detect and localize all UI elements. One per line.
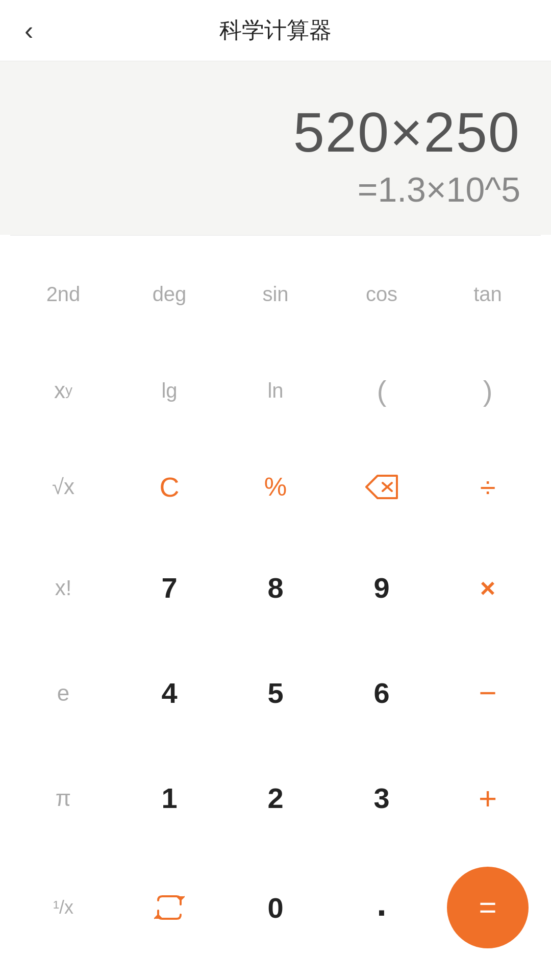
backspace-icon xyxy=(364,474,399,500)
key-cos[interactable]: cos xyxy=(329,246,435,342)
key-9[interactable]: 9 xyxy=(329,535,435,641)
key-pi[interactable]: π xyxy=(10,746,116,851)
key-dot[interactable]: . xyxy=(329,851,435,965)
key-5[interactable]: 5 xyxy=(222,641,329,746)
key-lparen[interactable]: ( xyxy=(329,342,435,439)
key-tan[interactable]: tan xyxy=(435,246,541,342)
key-6[interactable]: 6 xyxy=(329,641,435,746)
key-minus[interactable]: − xyxy=(435,641,541,746)
key-ln[interactable]: ln xyxy=(222,342,329,439)
key-rotate[interactable] xyxy=(116,851,222,965)
back-button[interactable]: ‹ xyxy=(24,17,33,44)
key-xfact[interactable]: x! xyxy=(10,535,116,641)
key-backspace[interactable] xyxy=(329,439,435,535)
display-area: 520×250 =1.3×10^5 xyxy=(0,61,551,235)
key-divide[interactable]: ÷ xyxy=(435,439,541,535)
keypad-row-3: √x C % ÷ xyxy=(0,439,551,535)
page-title: 科学计算器 xyxy=(219,15,332,45)
key-2[interactable]: 2 xyxy=(222,746,329,851)
key-clear[interactable]: C xyxy=(116,439,222,535)
key-lg[interactable]: lg xyxy=(116,342,222,439)
rotate-icon xyxy=(154,893,185,922)
header: ‹ 科学计算器 xyxy=(0,0,551,61)
keypad-row-4: x! 7 8 9 × xyxy=(0,535,551,641)
key-plus[interactable]: + xyxy=(435,746,541,851)
keypad-row-2: xy lg ln ( ) xyxy=(0,342,551,439)
key-rparen[interactable]: ) xyxy=(435,342,541,439)
key-xy[interactable]: xy xyxy=(10,342,116,439)
key-8[interactable]: 8 xyxy=(222,535,329,641)
key-4[interactable]: 4 xyxy=(116,641,222,746)
key-multiply[interactable]: × xyxy=(435,535,541,641)
key-sin[interactable]: sin xyxy=(222,246,329,342)
key-sqrt[interactable]: √x xyxy=(10,439,116,535)
keypad: 2nd deg sin cos tan xy lg ln ( ) √x C % … xyxy=(0,236,551,980)
equals-sign: = xyxy=(479,892,496,923)
key-e[interactable]: e xyxy=(10,641,116,746)
key-7[interactable]: 7 xyxy=(116,535,222,641)
key-3[interactable]: 3 xyxy=(329,746,435,851)
keypad-row-1: 2nd deg sin cos tan xyxy=(0,246,551,342)
key-percent[interactable]: % xyxy=(222,439,329,535)
keypad-row-6: π 1 2 3 + xyxy=(0,746,551,851)
key-1[interactable]: 1 xyxy=(116,746,222,851)
key-2nd[interactable]: 2nd xyxy=(10,246,116,342)
expression-display: 520×250 xyxy=(293,100,520,164)
result-display: =1.3×10^5 xyxy=(358,169,520,209)
keypad-row-7: ¹/x 0 . = xyxy=(0,851,551,980)
key-0[interactable]: 0 xyxy=(222,851,329,965)
key-inv[interactable]: ¹/x xyxy=(10,851,116,965)
keypad-row-5: e 4 5 6 − xyxy=(0,641,551,746)
key-equals[interactable]: = xyxy=(447,867,529,948)
key-deg[interactable]: deg xyxy=(116,246,222,342)
